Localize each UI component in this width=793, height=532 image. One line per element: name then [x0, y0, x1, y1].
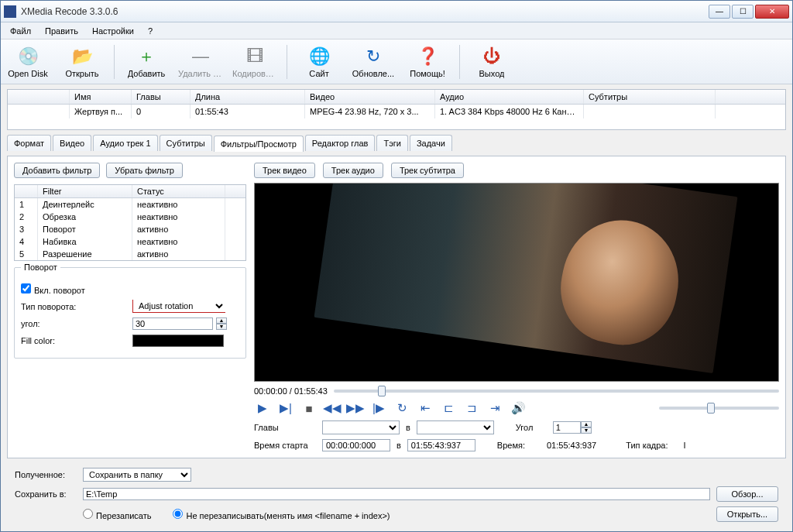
time-value: 01:55:43:937: [547, 441, 596, 450]
help-icon: ❓: [417, 46, 438, 67]
chapters-select[interactable]: [322, 420, 400, 434]
remove-filter-button[interactable]: Убрать фильтр: [106, 163, 183, 178]
col-status[interactable]: Статус: [132, 185, 225, 197]
window-title: XMedia Recode 3.3.0.6: [21, 6, 709, 17]
refresh-icon: ↻: [362, 46, 384, 67]
start-value[interactable]: 00:00:00:000: [322, 439, 390, 451]
help-button[interactable]: ❓Помощь!: [405, 46, 450, 78]
angle-label2: Угол: [516, 423, 547, 432]
angle-input[interactable]: [132, 317, 213, 330]
goto-end-icon[interactable]: ⇥: [486, 400, 503, 416]
col-audio[interactable]: Аудио: [435, 90, 584, 104]
loop-icon[interactable]: ↻: [393, 400, 410, 416]
file-row-empty: [8, 118, 785, 129]
end-value[interactable]: 01:55:43:937: [407, 439, 475, 451]
filter-row[interactable]: 5Разрешениеактивно: [15, 248, 245, 260]
globe-icon: 🌐: [308, 46, 330, 67]
enable-rotate-checkbox[interactable]: Вкл. поворот: [21, 283, 85, 295]
open-folder-button[interactable]: Открыть...: [716, 506, 778, 522]
filter-row[interactable]: 3Поворотактивно: [15, 223, 245, 235]
maximize-button[interactable]: ☐: [732, 5, 754, 19]
tab-format[interactable]: Формат: [7, 135, 51, 151]
menu-file[interactable]: Файл: [4, 25, 37, 37]
titlebar: XMedia Recode 3.3.0.6 — ☐ ✕: [1, 1, 792, 22]
menu-help[interactable]: ?: [142, 25, 159, 37]
time-display: 00:00:00 / 01:55:43: [254, 386, 328, 396]
filters-panel: Добавить фильтр Убрать фильтр Filter Ста…: [7, 156, 786, 458]
tab-chapters[interactable]: Редактор глав: [305, 135, 376, 151]
rotate-type-label: Тип поворота:: [21, 302, 129, 311]
minus-icon: —: [190, 46, 211, 67]
close-button[interactable]: ✕: [755, 5, 789, 19]
minimize-button[interactable]: —: [709, 5, 730, 19]
add-button[interactable]: ＋Добавить: [124, 46, 169, 78]
open-button[interactable]: 📂Открыть: [60, 46, 105, 78]
rotate-type-select[interactable]: Adjust rotation: [132, 300, 225, 313]
col-length[interactable]: Длина: [191, 90, 305, 104]
play-icon[interactable]: ▶: [254, 400, 271, 416]
frame-label: Тип кадра:: [626, 441, 668, 450]
menu-edit[interactable]: Править: [39, 25, 84, 37]
tab-tasks[interactable]: Задачи: [410, 135, 452, 151]
update-button[interactable]: ↻Обновле...: [351, 46, 396, 78]
chapters-label: Главы: [254, 423, 316, 432]
col-blank[interactable]: [8, 90, 70, 104]
step-icon[interactable]: |▶: [370, 400, 387, 416]
col-subs[interactable]: Субтитры: [584, 90, 716, 104]
opendisk-button[interactable]: 💿Open Disk: [5, 46, 50, 78]
remove-button: —Удалить ра...: [178, 46, 223, 78]
plus-icon: ＋: [136, 46, 157, 67]
tab-filters[interactable]: Фильтры/Просмотр: [214, 136, 304, 152]
col-video[interactable]: Видео: [305, 90, 435, 104]
col-chapters[interactable]: Главы: [132, 90, 191, 104]
filter-table: Filter Статус 1Деинтерлейснеактивно2Обре…: [14, 184, 246, 261]
group-title: Поворот: [21, 263, 60, 272]
angle-stepper[interactable]: [553, 421, 581, 434]
tab-subs[interactable]: Субтитры: [160, 135, 212, 151]
next-icon[interactable]: ▶|: [277, 400, 294, 416]
tab-audio[interactable]: Аудио трек 1: [93, 135, 157, 151]
filter-row[interactable]: 1Деинтерлейснеактивно: [15, 198, 245, 211]
output-select[interactable]: Сохранить в папку: [83, 468, 191, 482]
angle-spinner[interactable]: ▲▼: [216, 317, 227, 330]
rewind-icon[interactable]: ◀◀: [324, 400, 341, 416]
stop-icon[interactable]: ■: [300, 400, 318, 416]
browse-button[interactable]: Обзор...: [716, 486, 778, 502]
filter-row[interactable]: 2Обрезканеактивно: [15, 211, 245, 223]
mark-f-icon[interactable]: ⊏: [440, 400, 457, 416]
output-label: Полученное:: [15, 470, 77, 479]
add-filter-button[interactable]: Добавить фильтр: [14, 163, 100, 178]
tab-video[interactable]: Видео: [53, 135, 91, 151]
overwrite-radio[interactable]: Перезаписать: [83, 509, 151, 520]
col-name[interactable]: Имя: [70, 90, 132, 104]
track-video-button[interactable]: Трек видео: [254, 163, 315, 178]
playback-controls: ▶ ▶| ■ ◀◀ ▶▶ |▶ ↻ ⇤ ⊏ ⊐ ⇥ 🔊: [254, 400, 779, 416]
exit-button[interactable]: ⏻Выход: [469, 46, 514, 78]
savepath-input[interactable]: [83, 488, 710, 500]
video-preview[interactable]: [254, 183, 779, 382]
menu-settings[interactable]: Настройки: [86, 25, 140, 37]
mark-out-icon[interactable]: ⊐: [463, 400, 480, 416]
encode-button: 🎞Кодировать: [232, 46, 277, 78]
filter-row[interactable]: 4Набивканеактивно: [15, 235, 245, 248]
mark-in-icon[interactable]: ⇤: [417, 400, 434, 416]
tab-tags[interactable]: Тэги: [376, 135, 408, 151]
start-label: Время старта: [254, 441, 316, 450]
separator: [114, 45, 115, 79]
disc-icon: 💿: [17, 46, 39, 67]
file-grid: Имя Главы Длина Видео Аудио Субтитры Жер…: [7, 89, 786, 130]
site-button[interactable]: 🌐Сайт: [297, 46, 342, 78]
track-sub-button[interactable]: Трек субтитра: [391, 163, 464, 178]
volume-icon[interactable]: 🔊: [510, 400, 527, 416]
file-row[interactable]: Жертвуя п... 0 01:55:43 MPEG-4 23.98 Hz,…: [8, 105, 785, 118]
track-audio-button[interactable]: Трек аудио: [323, 163, 383, 178]
forward-icon[interactable]: ▶▶: [347, 400, 364, 416]
col-filter[interactable]: Filter: [38, 185, 132, 197]
no-overwrite-radio[interactable]: Не перезаписывать(менять имя <filename +…: [173, 509, 390, 520]
savepath-label: Сохранить в:: [15, 489, 77, 499]
chapters-to-select[interactable]: [417, 420, 494, 434]
fillcolor-swatch[interactable]: [132, 335, 224, 347]
seek-slider[interactable]: [334, 390, 779, 393]
app-window: XMedia Recode 3.3.0.6 — ☐ ✕ Файл Править…: [0, 0, 793, 532]
volume-slider[interactable]: [659, 407, 779, 410]
